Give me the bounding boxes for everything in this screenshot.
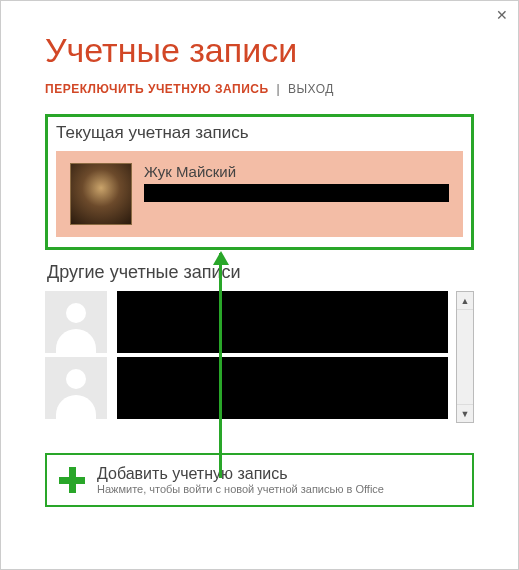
signout-link[interactable]: ВЫХОД [288, 82, 334, 96]
current-account-email-redacted [144, 184, 449, 202]
add-account-title: Добавить учетную запись [97, 465, 384, 483]
add-account-text: Добавить учетную запись Нажмите, чтобы в… [97, 465, 384, 495]
page-title: Учетные записи [45, 31, 474, 70]
avatar-icon [70, 163, 132, 225]
list-item[interactable] [45, 357, 448, 419]
list-item[interactable] [45, 291, 448, 353]
scroll-down-icon[interactable]: ▼ [457, 404, 473, 422]
add-account-button[interactable]: Добавить учетную запись Нажмите, чтобы в… [45, 453, 474, 507]
other-accounts-row: ▲ ▼ [45, 291, 474, 423]
current-account-highlight: Текущая учетная запись Жук Майский [45, 114, 474, 250]
other-accounts-list [45, 291, 448, 423]
add-account-subtitle: Нажмите, чтобы войти с новой учетной зап… [97, 483, 384, 495]
person-placeholder-icon [45, 357, 107, 419]
scroll-track[interactable] [457, 310, 473, 404]
other-accounts-label: Другие учетные записи [47, 262, 474, 283]
current-account-card[interactable]: Жук Майский [56, 151, 463, 237]
scrollbar[interactable]: ▲ ▼ [456, 291, 474, 423]
person-placeholder-icon [45, 291, 107, 353]
link-bar: ПЕРЕКЛЮЧИТЬ УЧЕТНУЮ ЗАПИСЬ | ВЫХОД [45, 82, 474, 96]
account-details-redacted [117, 291, 448, 353]
close-icon[interactable]: ✕ [496, 7, 508, 23]
current-account-label: Текущая учетная запись [56, 123, 463, 143]
account-details-redacted [117, 357, 448, 419]
annotation-arrow-icon [219, 253, 222, 478]
scroll-up-icon[interactable]: ▲ [457, 292, 473, 310]
current-account-info: Жук Майский [144, 163, 449, 202]
dialog-body: Учетные записи ПЕРЕКЛЮЧИТЬ УЧЕТНУЮ ЗАПИС… [1, 1, 518, 527]
switch-account-link[interactable]: ПЕРЕКЛЮЧИТЬ УЧЕТНУЮ ЗАПИСЬ [45, 82, 269, 96]
plus-icon [59, 467, 85, 493]
separator: | [276, 82, 280, 96]
current-account-name: Жук Майский [144, 163, 449, 180]
